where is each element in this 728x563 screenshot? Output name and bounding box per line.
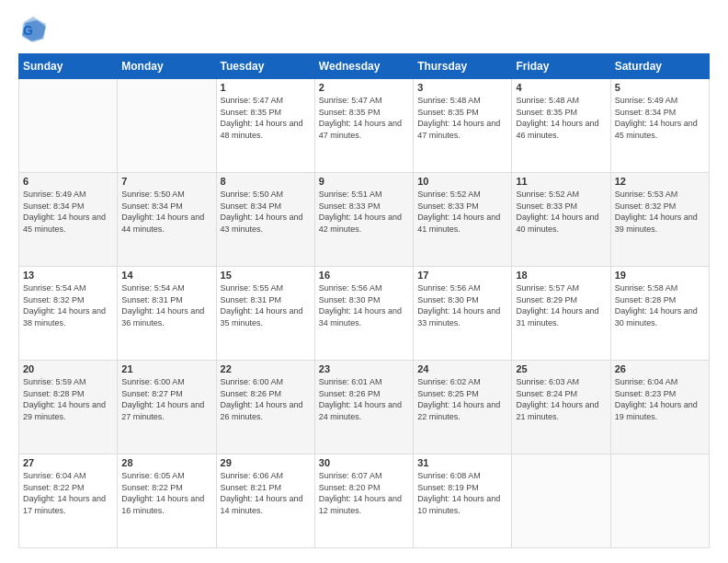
day-number: 2: [319, 82, 409, 93]
calendar-cell: [610, 454, 709, 548]
day-number: 6: [23, 176, 113, 187]
day-info: Sunrise: 5:54 AMSunset: 8:31 PMDaylight:…: [121, 282, 211, 328]
calendar-week-5: 27Sunrise: 6:04 AMSunset: 8:22 PMDayligh…: [19, 454, 710, 548]
day-info: Sunrise: 6:05 AMSunset: 8:22 PMDaylight:…: [121, 470, 211, 516]
calendar-cell: [118, 79, 216, 173]
day-info: Sunrise: 5:55 AMSunset: 8:31 PMDaylight:…: [221, 282, 311, 328]
calendar-cell: 6Sunrise: 5:49 AMSunset: 8:34 PMDaylight…: [19, 173, 118, 267]
col-header-sunday: Sunday: [19, 54, 118, 79]
day-info: Sunrise: 5:48 AMSunset: 8:35 PMDaylight:…: [516, 95, 606, 141]
calendar-week-3: 13Sunrise: 5:54 AMSunset: 8:32 PMDayligh…: [19, 267, 710, 361]
calendar-cell: 21Sunrise: 6:00 AMSunset: 8:27 PMDayligh…: [118, 361, 216, 454]
calendar-cell: [512, 454, 610, 548]
day-number: 31: [417, 457, 507, 468]
day-info: Sunrise: 5:52 AMSunset: 8:33 PMDaylight:…: [417, 189, 507, 235]
calendar-cell: 12Sunrise: 5:53 AMSunset: 8:32 PMDayligh…: [610, 173, 709, 267]
day-info: Sunrise: 5:50 AMSunset: 8:34 PMDaylight:…: [121, 189, 211, 235]
day-info: Sunrise: 5:56 AMSunset: 8:30 PMDaylight:…: [417, 282, 507, 328]
day-number: 13: [23, 270, 113, 281]
col-header-friday: Friday: [512, 54, 610, 79]
calendar-cell: 19Sunrise: 5:58 AMSunset: 8:28 PMDayligh…: [610, 267, 709, 361]
calendar-cell: 3Sunrise: 5:48 AMSunset: 8:35 PMDaylight…: [414, 79, 512, 173]
day-info: Sunrise: 6:07 AMSunset: 8:20 PMDaylight:…: [319, 470, 409, 516]
day-number: 18: [516, 270, 606, 281]
calendar-cell: 24Sunrise: 6:02 AMSunset: 8:25 PMDayligh…: [414, 361, 512, 454]
calendar-cell: 2Sunrise: 5:47 AMSunset: 8:35 PMDaylight…: [314, 79, 413, 173]
day-info: Sunrise: 5:58 AMSunset: 8:28 PMDaylight:…: [615, 282, 705, 328]
day-info: Sunrise: 5:59 AMSunset: 8:28 PMDaylight:…: [23, 376, 113, 422]
day-number: 23: [319, 363, 409, 374]
calendar-week-1: 1Sunrise: 5:47 AMSunset: 8:35 PMDaylight…: [19, 79, 710, 173]
calendar-cell: 11Sunrise: 5:52 AMSunset: 8:33 PMDayligh…: [512, 173, 610, 267]
day-number: 3: [417, 82, 507, 93]
calendar-cell: 5Sunrise: 5:49 AMSunset: 8:34 PMDaylight…: [610, 79, 709, 173]
calendar-cell: 20Sunrise: 5:59 AMSunset: 8:28 PMDayligh…: [19, 361, 118, 454]
calendar-cell: 10Sunrise: 5:52 AMSunset: 8:33 PMDayligh…: [414, 173, 512, 267]
day-number: 1: [221, 82, 311, 93]
calendar-table: SundayMondayTuesdayWednesdayThursdayFrid…: [18, 53, 710, 548]
day-info: Sunrise: 5:51 AMSunset: 8:33 PMDaylight:…: [319, 189, 409, 235]
col-header-wednesday: Wednesday: [314, 54, 413, 79]
calendar-cell: 18Sunrise: 5:57 AMSunset: 8:29 PMDayligh…: [512, 267, 610, 361]
day-number: 12: [615, 176, 705, 187]
day-info: Sunrise: 5:47 AMSunset: 8:35 PMDaylight:…: [319, 95, 409, 141]
calendar-cell: 14Sunrise: 5:54 AMSunset: 8:31 PMDayligh…: [118, 267, 216, 361]
day-info: Sunrise: 6:08 AMSunset: 8:19 PMDaylight:…: [417, 470, 507, 516]
calendar-week-4: 20Sunrise: 5:59 AMSunset: 8:28 PMDayligh…: [19, 361, 710, 454]
day-number: 27: [23, 457, 113, 468]
calendar-week-2: 6Sunrise: 5:49 AMSunset: 8:34 PMDaylight…: [19, 173, 710, 267]
day-number: 28: [121, 457, 211, 468]
calendar-cell: 7Sunrise: 5:50 AMSunset: 8:34 PMDaylight…: [118, 173, 216, 267]
calendar-cell: 29Sunrise: 6:06 AMSunset: 8:21 PMDayligh…: [216, 454, 314, 548]
day-info: Sunrise: 5:47 AMSunset: 8:35 PMDaylight:…: [221, 95, 311, 141]
day-number: 19: [615, 270, 705, 281]
logo: G: [18, 15, 51, 44]
calendar-cell: 27Sunrise: 6:04 AMSunset: 8:22 PMDayligh…: [19, 454, 118, 548]
day-info: Sunrise: 5:49 AMSunset: 8:34 PMDaylight:…: [615, 95, 705, 141]
day-number: 21: [121, 363, 211, 374]
calendar-cell: 15Sunrise: 5:55 AMSunset: 8:31 PMDayligh…: [216, 267, 314, 361]
col-header-saturday: Saturday: [610, 54, 709, 79]
calendar-cell: 4Sunrise: 5:48 AMSunset: 8:35 PMDaylight…: [512, 79, 610, 173]
col-header-monday: Monday: [118, 54, 216, 79]
calendar-cell: 13Sunrise: 5:54 AMSunset: 8:32 PMDayligh…: [19, 267, 118, 361]
day-number: 25: [516, 363, 606, 374]
day-info: Sunrise: 6:02 AMSunset: 8:25 PMDaylight:…: [417, 376, 507, 422]
day-info: Sunrise: 5:57 AMSunset: 8:29 PMDaylight:…: [516, 282, 606, 328]
calendar-cell: 31Sunrise: 6:08 AMSunset: 8:19 PMDayligh…: [414, 454, 512, 548]
calendar-cell: 23Sunrise: 6:01 AMSunset: 8:26 PMDayligh…: [314, 361, 413, 454]
day-info: Sunrise: 5:50 AMSunset: 8:34 PMDaylight:…: [221, 189, 311, 235]
day-number: 11: [516, 176, 606, 187]
calendar-cell: 8Sunrise: 5:50 AMSunset: 8:34 PMDaylight…: [216, 173, 314, 267]
day-info: Sunrise: 6:04 AMSunset: 8:22 PMDaylight:…: [23, 470, 113, 516]
day-number: 4: [516, 82, 606, 93]
day-number: 5: [615, 82, 705, 93]
day-number: 20: [23, 363, 113, 374]
day-number: 16: [319, 270, 409, 281]
day-info: Sunrise: 5:49 AMSunset: 8:34 PMDaylight:…: [23, 189, 113, 235]
calendar-cell: 30Sunrise: 6:07 AMSunset: 8:20 PMDayligh…: [314, 454, 413, 548]
page: G SundayMondayTuesdayWednesdayThursdayFr…: [0, 0, 728, 563]
day-number: 29: [221, 457, 311, 468]
calendar-cell: [19, 79, 118, 173]
day-info: Sunrise: 6:03 AMSunset: 8:24 PMDaylight:…: [516, 376, 606, 422]
calendar-cell: 16Sunrise: 5:56 AMSunset: 8:30 PMDayligh…: [314, 267, 413, 361]
header: G: [18, 15, 710, 44]
day-info: Sunrise: 5:56 AMSunset: 8:30 PMDaylight:…: [319, 282, 409, 328]
svg-text:G: G: [23, 23, 33, 38]
day-info: Sunrise: 6:00 AMSunset: 8:26 PMDaylight:…: [221, 376, 311, 422]
day-info: Sunrise: 6:01 AMSunset: 8:26 PMDaylight:…: [319, 376, 409, 422]
day-number: 8: [221, 176, 311, 187]
day-number: 9: [319, 176, 409, 187]
calendar-cell: 9Sunrise: 5:51 AMSunset: 8:33 PMDaylight…: [314, 173, 413, 267]
calendar-cell: 28Sunrise: 6:05 AMSunset: 8:22 PMDayligh…: [118, 454, 216, 548]
day-number: 22: [221, 363, 311, 374]
logo-icon: G: [18, 15, 48, 44]
day-number: 15: [221, 270, 311, 281]
col-header-tuesday: Tuesday: [216, 54, 314, 79]
day-info: Sunrise: 6:00 AMSunset: 8:27 PMDaylight:…: [121, 376, 211, 422]
col-header-thursday: Thursday: [414, 54, 512, 79]
calendar-cell: 17Sunrise: 5:56 AMSunset: 8:30 PMDayligh…: [414, 267, 512, 361]
day-number: 14: [121, 270, 211, 281]
day-info: Sunrise: 5:53 AMSunset: 8:32 PMDaylight:…: [615, 189, 705, 235]
